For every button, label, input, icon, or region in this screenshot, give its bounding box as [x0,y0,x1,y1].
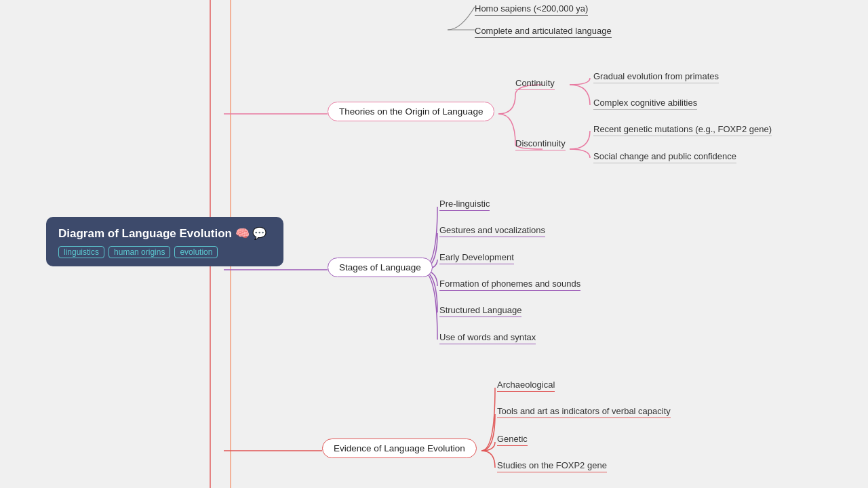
leaf-homo-sapiens: Homo sapiens (<200,000 ya) [475,3,588,16]
node-theories[interactable]: Theories on the Origin of Language [328,102,494,121]
leaf-archaeological: Archaeological [497,380,555,392]
leaf-gradual-evolution: Gradual evolution from primates [593,71,719,83]
diagram-title: Diagram of Language Evolution 🧠 💬 [58,226,271,241]
leaf-genetic-mutations: Recent genetic mutations (e.g., FOXP2 ge… [593,124,772,136]
leaf-social-change: Social change and public confidence [593,151,736,163]
leaf-words-syntax: Use of words and syntax [439,332,536,344]
leaf-tools-art: Tools and art as indicators of verbal ca… [497,406,671,418]
leaf-structured-language: Structured Language [439,305,521,317]
leaf-continuity: Continuity [515,78,555,90]
legend-box: Diagram of Language Evolution 🧠 💬 lingui… [46,217,283,266]
tag-linguistics: linguistics [58,246,104,258]
leaf-discontinuity: Discontinuity [515,138,566,150]
node-evidence[interactable]: Evidence of Language Evolution [322,439,477,458]
tag-evolution: evolution [174,246,218,258]
leaf-genetic: Genetic [497,434,528,446]
leaf-foxp2-studies: Studies on the FOXP2 gene [497,460,607,472]
leaf-early-development: Early Development [439,252,514,264]
leaf-gestures: Gestures and vocalizations [439,225,545,237]
leaf-phonemes: Formation of phonemes and sounds [439,279,580,291]
leaf-complex-cognitive: Complex cognitive abilities [593,98,697,110]
legend-tags: linguistics human origins evolution [58,246,271,258]
leaf-pre-linguistic: Pre-linguistic [439,199,490,211]
tag-human-origins: human origins [108,246,170,258]
leaf-complete-language: Complete and articulated language [475,26,612,38]
node-stages[interactable]: Stages of Language [328,258,433,277]
